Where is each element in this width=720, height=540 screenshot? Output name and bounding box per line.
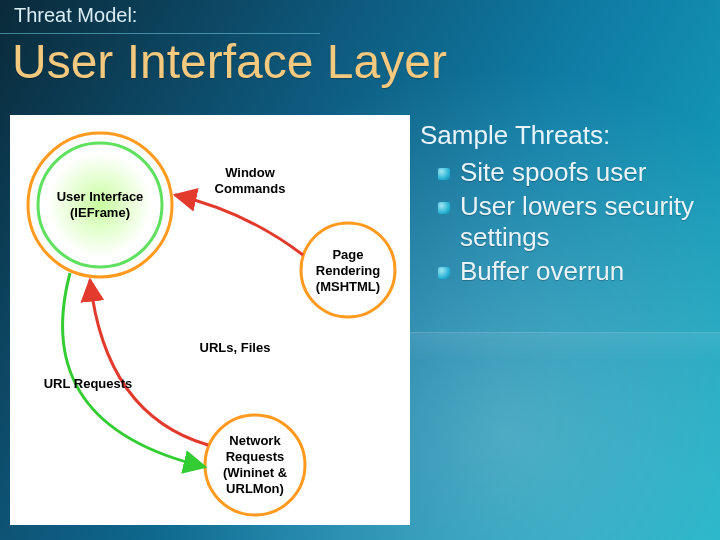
node-ui-label-1: User Interface	[57, 189, 144, 204]
threat-diagram: User Interface (IEFrame) Page Rendering …	[10, 115, 410, 525]
list-item: Site spoofs user	[420, 157, 710, 189]
node-net-label-4: URLMon)	[226, 481, 284, 496]
list-item: Buffer overrun	[420, 256, 710, 288]
threats-heading: Sample Threats:	[420, 120, 710, 151]
bullet-icon	[438, 168, 450, 180]
node-net-label-3: (Wininet &	[223, 465, 287, 480]
bullet-icon	[438, 267, 450, 279]
bullet-icon	[438, 202, 450, 214]
node-net-label-1: Network	[229, 433, 281, 448]
node-ui-label-2: (IEFrame)	[70, 205, 130, 220]
node-net-label-2: Requests	[226, 449, 285, 464]
threat-text: User lowers security settings	[460, 191, 710, 254]
node-user-interface: User Interface (IEFrame)	[28, 133, 172, 277]
diagram-svg: User Interface (IEFrame) Page Rendering …	[10, 115, 410, 525]
threat-text: Site spoofs user	[460, 157, 710, 189]
accent-band	[410, 332, 720, 372]
node-page-label-3: (MSHTML)	[316, 279, 380, 294]
edge-url-requests: URL Requests	[44, 376, 133, 391]
arrow-urls-files	[90, 280, 208, 445]
page-title: User Interface Layer	[12, 34, 447, 89]
edge-wc-1: Window	[225, 165, 276, 180]
arrow-window-commands	[175, 195, 303, 255]
node-page-rendering: Page Rendering (MSHTML)	[301, 223, 395, 317]
list-item: User lowers security settings	[420, 191, 710, 254]
threats-panel: Sample Threats: Site spoofs user User lo…	[420, 120, 710, 290]
threat-text: Buffer overrun	[460, 256, 710, 288]
slide: Threat Model: User Interface Layer	[0, 0, 720, 540]
node-page-label-2: Rendering	[316, 263, 380, 278]
edge-urls-files: URLs, Files	[200, 340, 271, 355]
pretitle: Threat Model:	[14, 4, 137, 27]
node-page-label-1: Page	[332, 247, 363, 262]
node-network-requests: Network Requests (Wininet & URLMon)	[205, 415, 305, 515]
edge-wc-2: Commands	[215, 181, 286, 196]
arrow-url-requests	[63, 273, 205, 467]
